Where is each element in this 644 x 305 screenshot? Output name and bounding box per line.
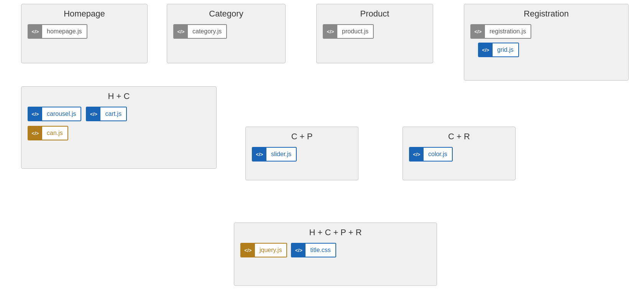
registration-title: Registration xyxy=(470,9,622,19)
cp-files: </> slider.js xyxy=(252,147,352,162)
title-css-chip[interactable]: </> title.css xyxy=(291,243,336,257)
hc-files: </> carousel.js </> cart.js </> can.js xyxy=(28,107,210,140)
hcpr-title: H + C + P + R xyxy=(240,228,430,237)
homepage-js-icon: </> xyxy=(28,25,42,38)
carousel-js-icon: </> xyxy=(28,107,42,120)
cart-js-icon: </> xyxy=(87,107,100,120)
carousel-js-chip[interactable]: </> carousel.js xyxy=(28,107,81,121)
category-js-icon: </> xyxy=(174,25,188,38)
color-js-chip[interactable]: </> color.js xyxy=(409,147,453,162)
title-css-icon: </> xyxy=(292,244,306,257)
homepage-files: </> homepage.js xyxy=(28,24,141,39)
color-js-label: color.js xyxy=(424,148,452,161)
hc-row1: </> carousel.js </> cart.js xyxy=(28,107,127,121)
grid-js-label: grid.js xyxy=(493,43,518,56)
jquery-js-chip[interactable]: </> jquery.js xyxy=(240,243,287,257)
title-css-label: title.css xyxy=(306,244,335,257)
can-js-label: can.js xyxy=(42,127,67,140)
registration-js-label: registration.js xyxy=(485,25,531,38)
grid-js-icon: </> xyxy=(479,43,493,56)
product-title: Product xyxy=(323,9,427,19)
can-js-chip[interactable]: </> can.js xyxy=(28,126,68,140)
registration-files: </> registration.js </> grid.js xyxy=(470,24,622,57)
registration-js-chip[interactable]: </> registration.js xyxy=(470,24,531,39)
slider-js-chip[interactable]: </> slider.js xyxy=(252,147,297,162)
homepage-group: Homepage </> homepage.js xyxy=(21,4,148,63)
jquery-js-icon: </> xyxy=(241,244,255,257)
slider-js-label: slider.js xyxy=(266,148,296,161)
color-js-icon: </> xyxy=(410,148,424,161)
registration-group: Registration </> registration.js </> gri… xyxy=(464,4,629,81)
cart-js-label: cart.js xyxy=(100,107,126,120)
slider-js-icon: </> xyxy=(253,148,266,161)
product-group: Product </> product.js xyxy=(316,4,433,63)
homepage-title: Homepage xyxy=(28,9,141,19)
grid-js-chip[interactable]: </> grid.js xyxy=(478,43,519,57)
hcpr-group: H + C + P + R </> jquery.js </> title.cs… xyxy=(234,223,437,286)
product-files: </> product.js xyxy=(323,24,427,39)
registration-js-icon: </> xyxy=(471,25,485,38)
hc-group: H + C </> carousel.js </> cart.js </> ca… xyxy=(21,86,217,169)
cp-title: C + P xyxy=(252,132,352,142)
product-js-chip[interactable]: </> product.js xyxy=(323,24,374,39)
category-files: </> category.js xyxy=(173,24,279,39)
hc-title: H + C xyxy=(28,91,210,101)
cr-files: </> color.js xyxy=(409,147,509,162)
cart-js-chip[interactable]: </> cart.js xyxy=(86,107,127,121)
category-js-label: category.js xyxy=(188,25,226,38)
diagram-container: Homepage </> homepage.js Category </> ca… xyxy=(0,0,644,305)
cr-group: C + R </> color.js xyxy=(402,127,516,180)
cr-title: C + R xyxy=(409,132,509,142)
carousel-js-label: carousel.js xyxy=(42,107,80,120)
category-js-chip[interactable]: </> category.js xyxy=(173,24,227,39)
homepage-js-chip[interactable]: </> homepage.js xyxy=(28,24,87,39)
hcpr-files: </> jquery.js </> title.css xyxy=(240,243,430,257)
cp-group: C + P </> slider.js xyxy=(245,127,358,180)
product-js-icon: </> xyxy=(324,25,337,38)
jquery-js-label: jquery.js xyxy=(255,244,286,257)
hc-row2: </> can.js xyxy=(28,126,68,140)
category-title: Category xyxy=(173,9,279,19)
can-js-icon: </> xyxy=(28,127,42,140)
product-js-label: product.js xyxy=(337,25,373,38)
category-group: Category </> category.js xyxy=(167,4,286,63)
homepage-js-label: homepage.js xyxy=(42,25,87,38)
